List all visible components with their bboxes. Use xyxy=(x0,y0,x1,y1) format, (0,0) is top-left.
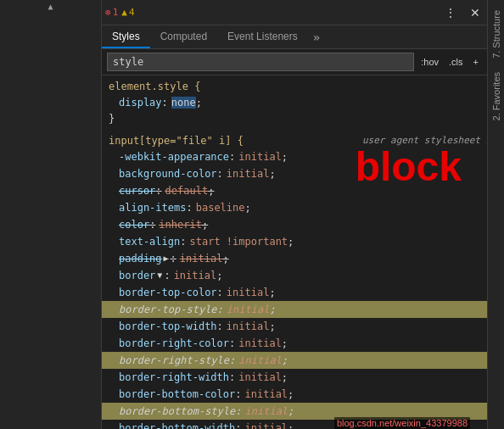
expand-arrow-border[interactable]: ▼ xyxy=(157,268,162,283)
warning-icon: ▲ xyxy=(121,7,127,18)
warning-badge: ▲ 4 xyxy=(121,7,134,18)
prop-border-top-color: border-top-color : initial ; xyxy=(102,284,487,301)
selector-text-input: input[type="file" i] { xyxy=(109,135,244,147)
element-style-selector: element.style { xyxy=(102,79,487,94)
prop-border-top-width: border-top-width : initial ; xyxy=(102,318,487,335)
prop-text-align: text-align : start !important ; xyxy=(102,233,487,250)
selector-text: element.style { xyxy=(109,81,200,92)
prop-border-right-width: border-right-width : initial ; xyxy=(102,369,487,386)
prop-border: border ▼ : initial ; xyxy=(102,267,487,284)
tab-styles[interactable]: Styles xyxy=(102,26,150,48)
tabs-bar: Styles Computed Event Listeners » xyxy=(102,25,487,49)
close-button[interactable]: ✕ xyxy=(467,4,484,21)
tabs-more[interactable]: » xyxy=(308,27,325,47)
top-bar: ⊗ 1 ▲ 4 ⋮ ✕ xyxy=(102,0,487,25)
error-icon: ⊗ xyxy=(105,7,111,18)
prop-value-display: none xyxy=(171,95,196,110)
prop-border-right-color: border-right-color : initial ; xyxy=(102,335,487,352)
styles-content[interactable]: block element.style { display : none ; }… xyxy=(102,75,487,429)
prop-cursor: cursor : default ; xyxy=(102,182,487,199)
prop-name-display: display xyxy=(119,95,162,110)
input-file-rule: input[type="file" i] { user agent styles… xyxy=(102,133,487,429)
main-devtools: ⊗ 1 ▲ 4 ⋮ ✕ Styles Computed Event Listen… xyxy=(102,0,487,429)
user-agent-label: user agent stylesheet xyxy=(362,135,480,147)
element-style-rule: element.style { display : none ; } xyxy=(102,79,487,126)
left-panel: ▲ xyxy=(0,0,102,429)
prop-color: color : inherit ; xyxy=(102,216,487,233)
prop-background-color: background-color : initial ; xyxy=(102,165,487,182)
watermark: blog.csdn.net/weixin_43379988 xyxy=(334,417,470,429)
cls-button[interactable]: .cls xyxy=(445,55,467,69)
hov-button[interactable]: :hov xyxy=(417,55,442,69)
prop-border-top-style: border-top-style : initial ; xyxy=(102,301,487,318)
search-bar: :hov .cls + xyxy=(102,49,487,75)
element-style-close: } xyxy=(102,111,487,126)
prop-webkit-appearance: -webkit-appearance : initial ; xyxy=(102,148,487,165)
scroll-up[interactable]: ▲ xyxy=(0,0,101,13)
top-bar-left: ⊗ 1 ▲ 4 xyxy=(105,7,135,18)
prop-align-items: align-items : baseline ; xyxy=(102,199,487,216)
tab-event-listeners[interactable]: Event Listeners xyxy=(217,26,308,48)
tab-computed[interactable]: Computed xyxy=(150,26,217,48)
display-property: display : none ; xyxy=(102,94,487,111)
more-button[interactable]: ⋮ xyxy=(441,4,460,21)
error-count: 1 xyxy=(113,7,119,18)
right-sidebar: 7. Structure 2. Favorites xyxy=(487,0,504,429)
search-input[interactable] xyxy=(107,53,414,71)
input-file-selector: input[type="file" i] { user agent styles… xyxy=(102,133,487,148)
prop-border-right-style: border-right-style : initial ; xyxy=(102,352,487,369)
sidebar-tab-structure[interactable]: 7. Structure xyxy=(490,3,503,65)
top-bar-right: ⋮ ✕ xyxy=(441,4,484,21)
expand-arrow-padding[interactable]: ▶ xyxy=(164,251,169,266)
error-badge: ⊗ 1 xyxy=(105,7,118,18)
add-style-button[interactable]: + xyxy=(470,55,482,69)
prop-padding: padding ▶ : initial ; xyxy=(102,250,487,267)
prop-border-bottom-color: border-bottom-color : initial ; xyxy=(102,386,487,403)
warning-count: 4 xyxy=(129,7,135,18)
sidebar-tab-favorites[interactable]: 2. Favorites xyxy=(490,65,503,127)
